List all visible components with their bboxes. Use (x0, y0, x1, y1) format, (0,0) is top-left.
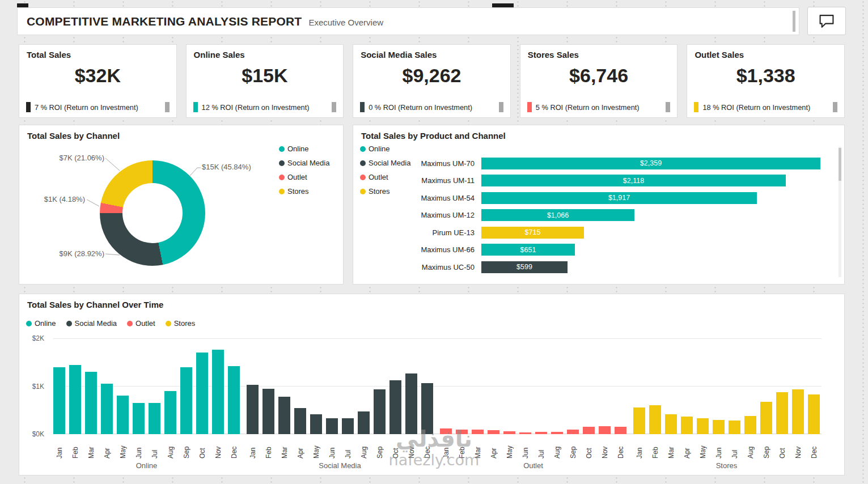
bar-online-jun[interactable] (133, 403, 145, 434)
bar-stores-jan[interactable] (633, 407, 645, 434)
bar-online-sep[interactable] (180, 367, 192, 434)
kpi-card-social-media-sales[interactable]: Social Media Sales$9,2620 % ROI (Return … (353, 44, 511, 118)
bar-online-may[interactable] (117, 396, 129, 434)
bar-stores-mar[interactable] (665, 414, 677, 435)
bar-social-media-apr[interactable] (294, 408, 306, 435)
x-axis-label: May (310, 436, 322, 458)
legend-item-social-media[interactable]: Social Media (66, 319, 117, 328)
bar-maximus-um-11[interactable]: $2,118 (481, 175, 786, 186)
bar-stores-may[interactable] (697, 418, 709, 434)
bar-social-media-jul[interactable] (342, 418, 354, 434)
kpi-card-stores-sales[interactable]: Stores Sales$6,7465 % ROI (Return on Inv… (520, 44, 678, 118)
bar-online-apr[interactable] (101, 384, 113, 434)
bar-outlet-mar[interactable] (472, 430, 484, 435)
kpi-roi-text: 12 % ROI (Return on Investment) (202, 103, 310, 112)
bar-outlet-feb[interactable] (456, 430, 468, 435)
bar-outlet-dec[interactable] (615, 427, 626, 434)
x-axis-label: Mar (665, 436, 677, 458)
legend-item-stores[interactable]: Stores (166, 319, 196, 328)
product-scrollbar[interactable] (839, 147, 841, 277)
x-axis-label: Nov (405, 436, 417, 458)
bar-maximus-um-54[interactable]: $1,917 (481, 192, 757, 204)
bar-outlet-jun[interactable] (519, 432, 531, 434)
bar-online-nov[interactable] (212, 350, 224, 434)
bar-social-media-mar[interactable] (278, 397, 290, 434)
bar-outlet-may[interactable] (503, 431, 515, 434)
legend-item-social-media[interactable]: Social Media (279, 159, 329, 167)
x-axis-label: Dec (421, 436, 433, 458)
bar-outlet-apr[interactable] (488, 430, 499, 434)
x-axis-label: Dec (228, 436, 240, 458)
x-axis-label: Jun (133, 436, 145, 458)
bar-outlet-oct[interactable] (583, 427, 595, 434)
bar-outlet-aug[interactable] (551, 432, 563, 434)
legend-dot (26, 321, 32, 326)
bar-stores-oct[interactable] (776, 392, 788, 434)
bar-online-mar[interactable] (85, 372, 97, 434)
legend-item-stores[interactable]: Stores (279, 187, 329, 196)
bar-social-media-may[interactable] (310, 414, 322, 435)
header-scrollbar[interactable] (793, 11, 795, 32)
bar-stores-dec[interactable] (808, 394, 820, 434)
bar-outlet-sep[interactable] (567, 430, 579, 435)
bar-maximus-um-70[interactable]: $2,359 (481, 158, 820, 169)
y-axis-label: $2K (20, 334, 44, 342)
bar-stores-sep[interactable] (760, 402, 772, 435)
bar-pirum-ue-13[interactable]: $715 (481, 227, 584, 239)
legend-item-outlet[interactable]: Outlet (279, 173, 329, 181)
product-row: Maximus UM-11$2,118 (360, 172, 820, 190)
x-axis-label-text: Nov (795, 436, 802, 458)
bar-social-media-oct[interactable] (389, 380, 401, 434)
legend-label: Online (287, 145, 309, 153)
bar-online-jan[interactable] (53, 367, 65, 434)
bar-social-media-nov[interactable] (405, 373, 417, 434)
category-label: Maximus UC-50 (360, 263, 481, 271)
x-axis-label-text: Mar (88, 436, 95, 458)
legend-item-online[interactable]: Online (26, 319, 56, 328)
bar-social-media-feb[interactable] (262, 389, 274, 434)
bar-social-media-sep[interactable] (374, 389, 386, 434)
bar-stores-jun[interactable] (713, 420, 725, 434)
bar-online-jul[interactable] (149, 403, 160, 434)
kpi-card-online-sales[interactable]: Online Sales$15K12 % ROI (Return on Inve… (186, 44, 344, 118)
bar-maximus-um-66[interactable]: $651 (481, 244, 575, 256)
group-label: Outlet (440, 461, 626, 470)
donut-slice-label: $7K (21.06%) (41, 154, 104, 162)
x-axis-label-text: May (700, 436, 706, 458)
legend-item-online[interactable]: Online (279, 145, 329, 153)
bar-stores-nov[interactable] (792, 389, 804, 434)
kpi-value: $1,338 (695, 65, 837, 87)
x-axis-label-text: Aug (361, 436, 367, 458)
bar-social-media-dec[interactable] (421, 383, 433, 434)
bar-stores-apr[interactable] (681, 417, 693, 434)
bar-outlet-jan[interactable] (440, 428, 452, 434)
comment-button[interactable] (807, 7, 846, 35)
bar-online-oct[interactable] (196, 353, 208, 434)
bar-stores-aug[interactable] (744, 416, 756, 434)
bar-online-feb[interactable] (69, 365, 81, 435)
bar-social-media-jan[interactable] (247, 385, 259, 434)
bar-stores-jul[interactable] (729, 421, 740, 434)
bar-maximus-uc-50[interactable]: $599 (481, 261, 568, 273)
legend-item-online[interactable]: Online (360, 145, 410, 153)
kpi-title: Social Media Sales (361, 50, 503, 60)
kpi-card-outlet-sales[interactable]: Outlet Sales$1,33818 % ROI (Return on In… (687, 44, 845, 118)
bar-online-dec[interactable] (228, 366, 240, 434)
legend-label: Stores (174, 319, 196, 328)
kpi-end-bar (165, 102, 170, 112)
scrollbar-thumb[interactable] (839, 148, 841, 181)
kpi-card-total-sales[interactable]: Total Sales$32K7 % ROI (Return on Invest… (19, 44, 177, 118)
donut-chart[interactable] (100, 160, 205, 266)
bar-outlet-jul[interactable] (535, 432, 547, 434)
speech-bubble-icon (818, 14, 835, 29)
category-label: Maximus UM-12 (360, 211, 481, 219)
bar-outlet-nov[interactable] (599, 426, 611, 434)
legend-item-outlet[interactable]: Outlet (127, 319, 155, 328)
bar-stores-feb[interactable] (649, 405, 661, 434)
donut-legend: OnlineSocial MediaOutletStores (279, 145, 329, 196)
bar-social-media-jun[interactable] (326, 418, 338, 434)
product-row: Pirum UE-13$715 (360, 224, 820, 241)
bar-social-media-aug[interactable] (358, 411, 370, 434)
bar-online-aug[interactable] (164, 391, 176, 434)
bar-maximus-um-12[interactable]: $1,066 (481, 209, 634, 221)
